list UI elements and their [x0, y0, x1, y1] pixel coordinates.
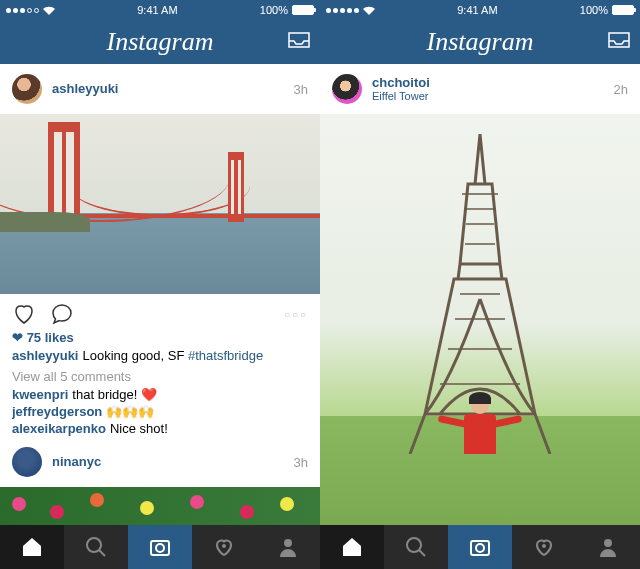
post-header[interactable]: ninanyc 3h	[0, 437, 320, 487]
svg-point-7	[476, 544, 484, 552]
likes-count[interactable]: ❤ 75 likes	[0, 330, 320, 345]
avatar[interactable]	[12, 74, 42, 104]
phone-left: 9:41 AM 100% Instagram ashleyyuki 3h	[0, 0, 320, 569]
camera-icon	[148, 535, 172, 559]
tab-search[interactable]	[384, 525, 448, 569]
activity-icon	[212, 535, 236, 559]
profile-icon	[276, 535, 300, 559]
post-timestamp: 3h	[294, 455, 308, 470]
status-bar: 9:41 AM 100%	[0, 0, 320, 20]
inbox-icon	[288, 32, 310, 50]
svg-point-3	[222, 544, 226, 548]
wifi-icon	[363, 6, 375, 15]
comment-button[interactable]	[50, 302, 74, 326]
camera-icon	[468, 535, 492, 559]
post-timestamp: 3h	[294, 82, 308, 97]
caption-username[interactable]: ashleyyuki	[12, 348, 79, 363]
inbox-button[interactable]	[288, 32, 310, 54]
nav-bar: Instagram	[0, 20, 320, 64]
inbox-icon	[608, 32, 630, 50]
svg-point-9	[604, 539, 612, 547]
feed[interactable]: ashleyyuki 3h ○○○ ❤ 75 likes ashleyyukiL…	[0, 64, 320, 525]
view-all-comments[interactable]: View all 5 comments	[0, 367, 320, 386]
search-icon	[84, 535, 108, 559]
activity-icon	[532, 535, 556, 559]
like-button[interactable]	[12, 302, 36, 326]
username[interactable]: ninanyc	[52, 454, 294, 470]
home-icon	[340, 535, 364, 559]
battery-percent: 100%	[260, 4, 288, 16]
comment-row: jeffreydgerson🙌🙌🙌	[0, 403, 320, 420]
username[interactable]: chchoitoi	[372, 75, 614, 91]
comment-row: kweenprithat bridge! ❤️	[0, 386, 320, 403]
tab-profile[interactable]	[256, 525, 320, 569]
post-timestamp: 2h	[614, 82, 628, 97]
post-image[interactable]	[0, 487, 320, 525]
signal-dots-icon	[6, 8, 39, 13]
search-icon	[404, 535, 428, 559]
profile-icon	[596, 535, 620, 559]
battery-icon	[292, 5, 314, 15]
svg-point-4	[284, 539, 292, 547]
tab-home[interactable]	[0, 525, 64, 569]
post-header[interactable]: chchoitoi Eiffel Tower 2h	[320, 64, 640, 114]
tab-bar	[0, 525, 320, 569]
signal-dots-icon	[326, 8, 359, 13]
post-image[interactable]	[320, 114, 640, 525]
svg-point-5	[407, 538, 421, 552]
status-time: 9:41 AM	[457, 4, 497, 16]
wifi-icon	[43, 6, 55, 15]
tab-home[interactable]	[320, 525, 384, 569]
app-title: Instagram	[427, 27, 534, 57]
avatar[interactable]	[332, 74, 362, 104]
tab-profile[interactable]	[576, 525, 640, 569]
post-header[interactable]: ashleyyuki 3h	[0, 64, 320, 114]
feed[interactable]: chchoitoi Eiffel Tower 2h	[320, 64, 640, 525]
tab-activity[interactable]	[512, 525, 576, 569]
svg-point-8	[542, 544, 546, 548]
inbox-button[interactable]	[608, 32, 630, 54]
phone-right: 9:41 AM 100% Instagram chchoitoi Eiffel …	[320, 0, 640, 569]
status-bar: 9:41 AM 100%	[320, 0, 640, 20]
post-caption: ashleyyukiLooking good, SF #thatsfbridge	[0, 345, 320, 367]
status-time: 9:41 AM	[137, 4, 177, 16]
more-button[interactable]: ○○○	[284, 309, 308, 320]
svg-point-2	[156, 544, 164, 552]
app-title: Instagram	[107, 27, 214, 57]
location[interactable]: Eiffel Tower	[372, 90, 614, 103]
post-actions: ○○○	[0, 294, 320, 330]
username[interactable]: ashleyyuki	[52, 81, 294, 97]
home-icon	[20, 535, 44, 559]
tab-camera[interactable]	[448, 525, 512, 569]
nav-bar: Instagram	[320, 20, 640, 64]
hashtag[interactable]: #thatsfbridge	[188, 348, 263, 363]
tab-camera[interactable]	[128, 525, 192, 569]
tab-search[interactable]	[64, 525, 128, 569]
svg-point-0	[87, 538, 101, 552]
battery-percent: 100%	[580, 4, 608, 16]
battery-icon	[612, 5, 634, 15]
post-image[interactable]	[0, 114, 320, 294]
tab-activity[interactable]	[192, 525, 256, 569]
avatar[interactable]	[12, 447, 42, 477]
comment-row: alexeikarpenkoNice shot!	[0, 420, 320, 437]
tab-bar	[320, 525, 640, 569]
